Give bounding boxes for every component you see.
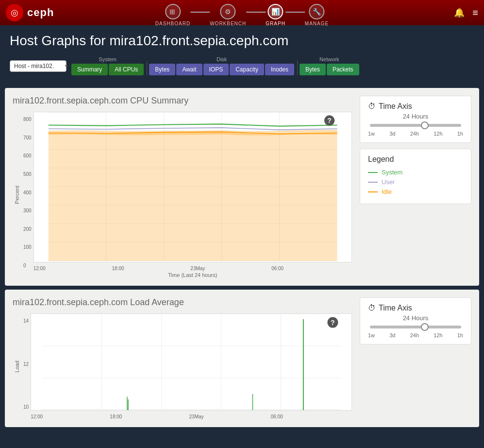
load-time-label-3d[interactable]: 3d — [389, 332, 395, 338]
manage-icon: 🔧 — [309, 4, 325, 19]
nav-item-graph[interactable]: 📊 GRAPH — [256, 2, 295, 28]
time-slider-thumb-2[interactable] — [421, 323, 429, 331]
host-select-wrapper: Host - mira102. — [10, 60, 71, 72]
tab-divider-1 — [147, 61, 147, 75]
y-tick-600: 600 — [23, 153, 32, 158]
disk-tab-buttons: Bytes Await IOPS Capacity Inodes — [149, 64, 294, 75]
system-tab-buttons: Summary All CPUs — [71, 64, 144, 75]
time-axis-subtitle-1: 24 Hours — [368, 113, 463, 120]
time-slider-1[interactable] — [370, 124, 461, 127]
y-tick-700: 700 — [23, 135, 32, 140]
tabs-container: Host - mira102. System Summary All CPUs … — [10, 54, 474, 79]
y-tick-300: 300 — [23, 208, 32, 213]
nav-label-workbench: WORKBENCH — [210, 21, 246, 26]
system-line — [48, 124, 337, 126]
load-chart-panel: mira102.front.sepia.ceph.com Load Averag… — [5, 290, 479, 427]
graph-icon: 📊 — [268, 4, 284, 19]
x-label-1800: 18:00 — [112, 266, 124, 271]
legend-item-system: System — [368, 169, 463, 176]
tab-group-disk: Disk Bytes Await IOPS Capacity Inodes — [149, 56, 294, 75]
dashboard-icon: ⊞ — [165, 4, 181, 19]
time-label-1w[interactable]: 1w — [368, 131, 375, 137]
cpu-chart-title: mira102.front.sepia.ceph.com CPU Summary — [13, 96, 352, 106]
legend-title-1: Legend — [368, 155, 463, 164]
load-x-label-0600: 06:00 — [271, 414, 283, 419]
time-axis-card-1: ⏱ Time Axis 24 Hours 1w 3d 24h 12h 1h — [360, 96, 471, 143]
disk-group-label: Disk — [217, 56, 227, 62]
nav-item-workbench[interactable]: ⚙ WORKBENCH — [200, 2, 256, 28]
time-axis-title-2: ⏱ Time Axis — [368, 304, 463, 312]
tab-summary[interactable]: Summary — [71, 64, 108, 75]
legend-user-line — [368, 182, 378, 183]
logo-area: ◎ ceph — [6, 4, 54, 21]
host-select[interactable]: Host - mira102. — [10, 60, 67, 72]
time-label-3d[interactable]: 3d — [389, 131, 395, 137]
legend-item-idle: Idle — [368, 188, 463, 195]
bell-icon[interactable]: 🔔 — [454, 7, 465, 18]
y-tick-200: 200 — [23, 226, 32, 232]
nav-item-dashboard[interactable]: ⊞ DASHBOARD — [146, 2, 200, 28]
tab-capacity[interactable]: Capacity — [230, 64, 264, 75]
cpu-chart-area: mira102.front.sepia.ceph.com CPU Summary… — [13, 96, 352, 278]
y-tick-100: 100 — [23, 244, 32, 250]
nav-menu: ⊞ DASHBOARD ⚙ WORKBENCH 📊 GRAPH 🔧 MANAGE — [146, 2, 338, 28]
logo-icon: ◎ — [6, 4, 23, 21]
page-content: Host Graphs for mira102.front.sepia.ceph… — [0, 25, 484, 448]
time-slider-thumb-1[interactable] — [421, 121, 429, 129]
load-x-label-1200: 12:00 — [31, 414, 43, 419]
legend-idle-line — [368, 191, 378, 192]
hamburger-icon[interactable]: ≡ — [472, 7, 478, 18]
time-slider-labels-1: 1w 3d 24h 12h 1h — [368, 131, 463, 137]
clock-icon-2: ⏱ — [368, 304, 376, 312]
cpu-chart-panel: mira102.front.sepia.ceph.com CPU Summary… — [5, 88, 479, 286]
user-line — [48, 128, 337, 130]
nav-label-dashboard: DASHBOARD — [155, 21, 190, 26]
load-x-label-1800: 18:00 — [110, 414, 122, 419]
load-time-label-24h[interactable]: 24h — [410, 332, 419, 338]
tab-packets[interactable]: Packets — [327, 64, 359, 75]
tab-bytes[interactable]: Bytes — [149, 64, 175, 75]
time-axis-card-2: ⏱ Time Axis 24 Hours 1w 3d 24h 12h 1h — [360, 297, 471, 345]
load-y-tick-12: 12 — [23, 362, 29, 367]
load-y-axis-label: Load — [14, 361, 20, 372]
y-tick-800: 800 — [23, 117, 32, 122]
x-axis-title: Time (Last 24 hours) — [168, 272, 217, 278]
cpu-y-axis-label: Percent — [14, 186, 20, 204]
tab-net-bytes[interactable]: Bytes — [300, 64, 326, 75]
load-right-panel: ⏱ Time Axis 24 Hours 1w 3d 24h 12h 1h — [360, 297, 471, 419]
tab-iops[interactable]: IOPS — [203, 64, 229, 75]
nav-label-graph: GRAPH — [266, 21, 285, 26]
nav-connector-3 — [285, 12, 305, 13]
nav-icons-right: 🔔 ≡ — [454, 7, 478, 18]
system-group-label: System — [99, 56, 117, 62]
top-nav: ◎ ceph ⊞ DASHBOARD ⚙ WORKBENCH 📊 GRAPH 🔧 — [0, 0, 484, 25]
legend-card-1: Legend System User Idle — [360, 149, 471, 204]
legend-system-label: System — [382, 169, 402, 176]
help-text: ? — [327, 117, 331, 124]
load-time-label-1w[interactable]: 1w — [368, 332, 375, 338]
load-x-label-23may: 23May — [189, 414, 204, 419]
y-tick-500: 500 — [23, 172, 32, 177]
tab-group-system: System Summary All CPUs — [71, 56, 144, 75]
nav-connector-2 — [246, 12, 266, 13]
tab-await[interactable]: Await — [176, 64, 202, 75]
load-time-label-1h[interactable]: 1h — [457, 332, 463, 338]
tab-inodes[interactable]: Inodes — [265, 64, 294, 75]
load-time-label-12h[interactable]: 12h — [434, 332, 442, 338]
page-header: Host Graphs for mira102.front.sepia.ceph… — [0, 25, 484, 84]
time-slider-2[interactable] — [370, 326, 461, 328]
load-help-text: ? — [331, 319, 335, 327]
time-label-1h[interactable]: 1h — [457, 131, 463, 137]
time-label-12h[interactable]: 12h — [434, 131, 442, 137]
nav-item-manage[interactable]: 🔧 MANAGE — [295, 2, 338, 28]
x-label-23may: 23May — [190, 266, 205, 271]
time-label-24h[interactable]: 24h — [410, 131, 419, 137]
tab-divider-2 — [297, 61, 298, 75]
legend-idle-label: Idle — [382, 188, 392, 195]
tab-all-cpus[interactable]: All CPUs — [109, 64, 144, 75]
legend-user-label: User — [382, 178, 395, 186]
cpu-right-panel: ⏱ Time Axis 24 Hours 1w 3d 24h 12h 1h Le… — [360, 96, 471, 278]
time-axis-title-1: ⏱ Time Axis — [368, 102, 463, 111]
logo-text: ceph — [27, 6, 54, 19]
load-chart-area: mira102.front.sepia.ceph.com Load Averag… — [13, 297, 352, 419]
